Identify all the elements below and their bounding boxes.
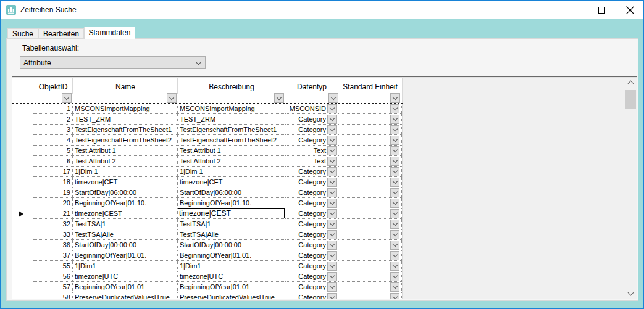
einheit-dropdown[interactable] bbox=[390, 241, 399, 250]
cell-einheit[interactable] bbox=[338, 125, 402, 135]
cell-objektid[interactable]: 21 bbox=[33, 208, 73, 219]
cell-name[interactable]: StartOfDay|00:00:00 bbox=[73, 240, 178, 250]
cell-objektid[interactable]: 57 bbox=[33, 282, 73, 292]
vertical-scrollbar[interactable] bbox=[625, 77, 636, 299]
cell-objektid[interactable]: 56 bbox=[33, 271, 73, 282]
cell-name[interactable]: BeginningOfYear|01.01 bbox=[73, 282, 178, 292]
cell-einheit[interactable] bbox=[338, 104, 402, 114]
cell-datentyp[interactable]: Category bbox=[285, 229, 338, 240]
cell-beschreibung[interactable]: TestTSA|Alle bbox=[178, 229, 285, 240]
cell-objektid[interactable]: 5 bbox=[33, 146, 73, 156]
row-header-cell[interactable] bbox=[12, 219, 33, 229]
datentyp-dropdown[interactable] bbox=[327, 178, 337, 187]
cell-einheit[interactable] bbox=[338, 271, 402, 282]
row-header-cell[interactable] bbox=[12, 167, 33, 177]
cell-einheit[interactable] bbox=[338, 229, 402, 240]
scroll-down-button[interactable] bbox=[625, 288, 636, 299]
cell-beschreibung[interactable]: timezone|UTC bbox=[178, 271, 285, 282]
datentyp-dropdown[interactable] bbox=[327, 230, 337, 239]
datentyp-dropdown[interactable] bbox=[327, 262, 337, 271]
tab-bearbeiten[interactable]: Bearbeiten bbox=[38, 28, 84, 38]
tab-stammdaten[interactable]: Stammdaten bbox=[84, 27, 135, 39]
cell-objektid[interactable]: 20 bbox=[33, 198, 73, 208]
cell-objektid[interactable]: 17 bbox=[33, 167, 73, 177]
datentyp-dropdown[interactable] bbox=[327, 146, 337, 155]
row-header-cell[interactable] bbox=[12, 114, 33, 125]
cell-beschreibung[interactable]: BeginningOfYear|01.01 bbox=[178, 282, 285, 292]
cell-datentyp[interactable]: Category bbox=[285, 187, 338, 198]
cell-datentyp[interactable]: Text bbox=[285, 156, 338, 167]
titlebar[interactable]: Zeitreihen Suche bbox=[1, 1, 643, 19]
column-header-datentyp[interactable]: Datentyp bbox=[285, 83, 338, 91]
datentyp-dropdown[interactable] bbox=[327, 136, 337, 145]
einheit-dropdown[interactable] bbox=[390, 157, 399, 166]
cell-objektid[interactable]: 19 bbox=[33, 187, 73, 198]
datentyp-dropdown[interactable] bbox=[327, 220, 337, 229]
cell-einheit[interactable] bbox=[338, 135, 402, 146]
row-header-cell[interactable] bbox=[12, 208, 33, 219]
column-header-name[interactable]: Name bbox=[73, 83, 178, 91]
cell-objektid[interactable]: 37 bbox=[33, 250, 73, 261]
einheit-dropdown[interactable] bbox=[390, 125, 399, 134]
row-header-cell[interactable] bbox=[12, 198, 33, 208]
cell-name[interactable]: BeginningOfYear|01.01. bbox=[73, 250, 178, 261]
row-header-cell[interactable] bbox=[12, 135, 33, 146]
einheit-dropdown[interactable] bbox=[390, 220, 399, 229]
datentyp-dropdown[interactable] bbox=[327, 104, 337, 113]
filter-dropdown-datentyp[interactable] bbox=[328, 93, 338, 103]
cell-name[interactable]: MSCONSImportMapping bbox=[73, 104, 178, 114]
cell-einheit[interactable] bbox=[338, 177, 402, 187]
cell-datentyp[interactable]: MSCONSID bbox=[285, 104, 338, 114]
cell-name[interactable]: TestEigenschaftFromTheSheet1 bbox=[73, 125, 178, 135]
cell-name[interactable]: Test Attribut 1 bbox=[73, 146, 178, 156]
filter-dropdown-name[interactable] bbox=[167, 93, 177, 103]
row-header-cell[interactable] bbox=[12, 250, 33, 261]
cell-name[interactable]: TEST_ZRM bbox=[73, 114, 178, 125]
row-header-cell[interactable] bbox=[12, 229, 33, 240]
column-header-einheit[interactable]: Standard Einheit bbox=[338, 83, 402, 91]
cell-einheit[interactable] bbox=[338, 114, 402, 125]
einheit-dropdown[interactable] bbox=[390, 262, 399, 271]
cell-datentyp[interactable]: Category bbox=[285, 125, 338, 135]
cell-objektid[interactable]: 6 bbox=[33, 156, 73, 167]
einheit-dropdown[interactable] bbox=[390, 104, 399, 113]
cell-objektid[interactable]: 33 bbox=[33, 229, 73, 240]
cell-datentyp[interactable]: Category bbox=[285, 177, 338, 187]
cell-datentyp[interactable]: Category bbox=[285, 167, 338, 177]
cell-beschreibung[interactable]: StartOfDay|00:00:00 bbox=[178, 240, 285, 250]
cell-beschreibung[interactable]: StartOfDay|06:00:00 bbox=[178, 187, 285, 198]
cell-beschreibung[interactable]: PreserveDuplicatedValues|True bbox=[178, 292, 285, 299]
datentyp-dropdown[interactable] bbox=[327, 125, 337, 134]
cell-einheit[interactable] bbox=[338, 219, 402, 229]
filter-dropdown-objektid[interactable] bbox=[62, 93, 72, 103]
row-header-cell[interactable] bbox=[12, 292, 33, 299]
cell-objektid[interactable]: 4 bbox=[33, 135, 73, 146]
cell-name[interactable]: timezone|CET bbox=[73, 177, 178, 187]
cell-datentyp[interactable]: Category bbox=[285, 250, 338, 261]
einheit-dropdown[interactable] bbox=[390, 136, 399, 145]
cell-objektid[interactable]: 32 bbox=[33, 219, 73, 229]
einheit-dropdown[interactable] bbox=[390, 293, 399, 299]
row-header-cell[interactable] bbox=[12, 240, 33, 250]
row-header-cell[interactable] bbox=[12, 282, 33, 292]
row-header-cell[interactable] bbox=[12, 156, 33, 167]
cell-name[interactable]: 1|Dim1 bbox=[73, 261, 178, 271]
cell-name[interactable]: TestEigenschaftFromTheSheet2 bbox=[73, 135, 178, 146]
cell-objektid[interactable]: 1 bbox=[33, 104, 73, 114]
cell-name[interactable]: StartOfDay|06:00:00 bbox=[73, 187, 178, 198]
cell-datentyp[interactable]: Category bbox=[285, 261, 338, 271]
einheit-dropdown[interactable] bbox=[390, 272, 399, 281]
datentyp-dropdown[interactable] bbox=[327, 157, 337, 166]
cell-beschreibung[interactable]: 1|Dim1 bbox=[178, 261, 285, 271]
cell-einheit[interactable] bbox=[338, 261, 402, 271]
cell-objektid[interactable]: 36 bbox=[33, 240, 73, 250]
maximize-button[interactable] bbox=[587, 1, 616, 19]
datentyp-dropdown[interactable] bbox=[327, 272, 337, 281]
minimize-button[interactable] bbox=[559, 1, 587, 19]
datentyp-dropdown[interactable] bbox=[327, 167, 337, 176]
cell-datentyp[interactable]: Category bbox=[285, 135, 338, 146]
cell-einheit[interactable] bbox=[338, 240, 402, 250]
cell-beschreibung[interactable]: timezone|CET bbox=[178, 177, 285, 187]
cell-objektid[interactable]: 55 bbox=[33, 261, 73, 271]
cell-einheit[interactable] bbox=[338, 292, 402, 299]
